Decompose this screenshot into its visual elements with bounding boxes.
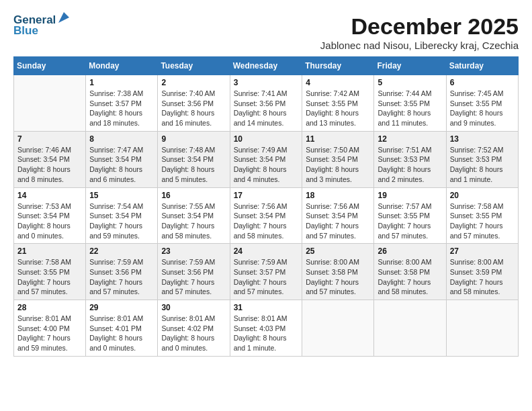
day-info: Sunrise: 7:42 AM Sunset: 3:55 PM Dayligh… <box>306 89 370 128</box>
day-number: 18 <box>306 191 370 200</box>
day-number: 19 <box>378 191 442 200</box>
table-row: 29Sunrise: 8:01 AM Sunset: 4:01 PM Dayli… <box>86 300 158 357</box>
day-info: Sunrise: 7:38 AM Sunset: 3:57 PM Dayligh… <box>89 89 154 128</box>
col-monday: Monday <box>86 57 158 75</box>
table-row: 18Sunrise: 7:56 AM Sunset: 3:54 PM Dayli… <box>302 187 374 244</box>
day-info: Sunrise: 7:51 AM Sunset: 3:53 PM Dayligh… <box>378 145 442 185</box>
table-row: 15Sunrise: 7:54 AM Sunset: 3:54 PM Dayli… <box>86 187 158 244</box>
table-row: 19Sunrise: 7:57 AM Sunset: 3:55 PM Dayli… <box>374 187 446 244</box>
table-row: 25Sunrise: 8:00 AM Sunset: 3:58 PM Dayli… <box>302 244 374 300</box>
table-row: 8Sunrise: 7:47 AM Sunset: 3:54 PM Daylig… <box>86 131 158 187</box>
col-tuesday: Tuesday <box>158 57 230 75</box>
day-number: 15 <box>89 191 154 200</box>
day-info: Sunrise: 7:53 AM Sunset: 3:54 PM Dayligh… <box>17 201 82 241</box>
day-info: Sunrise: 7:56 AM Sunset: 3:54 PM Dayligh… <box>234 201 299 241</box>
table-row: 30Sunrise: 8:01 AM Sunset: 4:02 PM Dayli… <box>158 300 230 357</box>
day-number: 29 <box>89 303 154 312</box>
day-info: Sunrise: 7:52 AM Sunset: 3:53 PM Dayligh… <box>450 145 515 185</box>
day-info: Sunrise: 7:40 AM Sunset: 3:56 PM Dayligh… <box>161 89 226 128</box>
day-number: 9 <box>161 134 226 144</box>
day-number: 20 <box>450 191 515 200</box>
table-row: 28Sunrise: 8:01 AM Sunset: 4:00 PM Dayli… <box>14 300 86 357</box>
day-number: 7 <box>17 134 82 144</box>
calendar-table: Sunday Monday Tuesday Wednesday Thursday… <box>13 56 519 357</box>
calendar-week-row: 14Sunrise: 7:53 AM Sunset: 3:54 PM Dayli… <box>14 187 519 244</box>
subtitle: Jablonec nad Nisou, Liberecky kraj, Czec… <box>320 40 519 51</box>
day-info: Sunrise: 7:45 AM Sunset: 3:55 PM Dayligh… <box>450 89 515 128</box>
col-thursday: Thursday <box>302 57 374 75</box>
day-info: Sunrise: 7:58 AM Sunset: 3:55 PM Dayligh… <box>450 201 515 241</box>
day-number: 10 <box>234 134 299 144</box>
day-info: Sunrise: 7:55 AM Sunset: 3:54 PM Dayligh… <box>161 201 226 241</box>
page-wrapper: General Blue December 2025 Jablonec nad … <box>13 13 519 357</box>
table-row: 11Sunrise: 7:50 AM Sunset: 3:54 PM Dayli… <box>302 131 374 187</box>
col-friday: Friday <box>374 57 446 75</box>
table-row: 10Sunrise: 7:49 AM Sunset: 3:54 PM Dayli… <box>230 131 302 187</box>
table-row: 20Sunrise: 7:58 AM Sunset: 3:55 PM Dayli… <box>446 187 518 244</box>
day-info: Sunrise: 7:56 AM Sunset: 3:54 PM Dayligh… <box>306 201 370 241</box>
title-section: December 2025 Jablonec nad Nisou, Libere… <box>320 13 519 51</box>
calendar-week-row: 21Sunrise: 7:58 AM Sunset: 3:55 PM Dayli… <box>14 244 519 300</box>
day-info: Sunrise: 8:01 AM Sunset: 4:03 PM Dayligh… <box>234 314 299 353</box>
day-info: Sunrise: 7:46 AM Sunset: 3:54 PM Dayligh… <box>17 145 82 185</box>
svg-marker-0 <box>58 12 69 23</box>
day-number: 1 <box>89 78 154 87</box>
day-number: 14 <box>17 191 82 200</box>
day-number: 24 <box>234 246 299 256</box>
day-info: Sunrise: 8:00 AM Sunset: 3:59 PM Dayligh… <box>450 257 515 297</box>
day-number: 6 <box>450 78 515 87</box>
logo: General Blue <box>13 13 71 38</box>
day-info: Sunrise: 7:59 AM Sunset: 3:56 PM Dayligh… <box>89 257 154 297</box>
table-row: 17Sunrise: 7:56 AM Sunset: 3:54 PM Dayli… <box>230 187 302 244</box>
table-row: 16Sunrise: 7:55 AM Sunset: 3:54 PM Dayli… <box>158 187 230 244</box>
day-info: Sunrise: 7:47 AM Sunset: 3:54 PM Dayligh… <box>89 145 154 185</box>
table-row: 13Sunrise: 7:52 AM Sunset: 3:53 PM Dayli… <box>446 131 518 187</box>
table-row <box>302 300 374 357</box>
day-number: 17 <box>234 191 299 200</box>
table-row: 14Sunrise: 7:53 AM Sunset: 3:54 PM Dayli… <box>14 187 86 244</box>
day-number: 2 <box>161 78 226 87</box>
day-info: Sunrise: 7:54 AM Sunset: 3:54 PM Dayligh… <box>89 201 154 241</box>
day-number: 25 <box>306 246 370 256</box>
day-number: 4 <box>306 78 370 87</box>
logo-blue: Blue <box>13 24 38 38</box>
day-number: 3 <box>234 78 299 87</box>
table-row: 1Sunrise: 7:38 AM Sunset: 3:57 PM Daylig… <box>86 75 158 132</box>
day-info: Sunrise: 7:49 AM Sunset: 3:54 PM Dayligh… <box>234 145 299 185</box>
table-row: 5Sunrise: 7:44 AM Sunset: 3:55 PM Daylig… <box>374 75 446 132</box>
table-row: 4Sunrise: 7:42 AM Sunset: 3:55 PM Daylig… <box>302 75 374 132</box>
logo-icon <box>57 11 71 24</box>
calendar-header-row: Sunday Monday Tuesday Wednesday Thursday… <box>14 57 519 75</box>
table-row: 26Sunrise: 8:00 AM Sunset: 3:58 PM Dayli… <box>374 244 446 300</box>
calendar-week-row: 7Sunrise: 7:46 AM Sunset: 3:54 PM Daylig… <box>14 131 519 187</box>
table-row: 3Sunrise: 7:41 AM Sunset: 3:56 PM Daylig… <box>230 75 302 132</box>
day-number: 11 <box>306 134 370 144</box>
table-row: 6Sunrise: 7:45 AM Sunset: 3:55 PM Daylig… <box>446 75 518 132</box>
day-info: Sunrise: 7:58 AM Sunset: 3:55 PM Dayligh… <box>17 257 82 297</box>
calendar-week-row: 28Sunrise: 8:01 AM Sunset: 4:00 PM Dayli… <box>14 300 519 357</box>
day-number: 22 <box>89 246 154 256</box>
table-row: 31Sunrise: 8:01 AM Sunset: 4:03 PM Dayli… <box>230 300 302 357</box>
table-row: 2Sunrise: 7:40 AM Sunset: 3:56 PM Daylig… <box>158 75 230 132</box>
table-row <box>374 300 446 357</box>
day-info: Sunrise: 8:00 AM Sunset: 3:58 PM Dayligh… <box>378 257 442 297</box>
table-row: 12Sunrise: 7:51 AM Sunset: 3:53 PM Dayli… <box>374 131 446 187</box>
table-row: 23Sunrise: 7:59 AM Sunset: 3:56 PM Dayli… <box>158 244 230 300</box>
day-number: 28 <box>17 303 82 312</box>
day-number: 31 <box>234 303 299 312</box>
day-number: 13 <box>450 134 515 144</box>
day-info: Sunrise: 8:01 AM Sunset: 4:02 PM Dayligh… <box>161 314 226 353</box>
table-row: 21Sunrise: 7:58 AM Sunset: 3:55 PM Dayli… <box>14 244 86 300</box>
day-number: 30 <box>161 303 226 312</box>
col-saturday: Saturday <box>446 57 518 75</box>
table-row: 27Sunrise: 8:00 AM Sunset: 3:59 PM Dayli… <box>446 244 518 300</box>
col-sunday: Sunday <box>14 57 86 75</box>
table-row: 22Sunrise: 7:59 AM Sunset: 3:56 PM Dayli… <box>86 244 158 300</box>
table-row <box>446 300 518 357</box>
day-info: Sunrise: 7:44 AM Sunset: 3:55 PM Dayligh… <box>378 89 442 128</box>
day-info: Sunrise: 7:48 AM Sunset: 3:54 PM Dayligh… <box>161 145 226 185</box>
day-info: Sunrise: 8:01 AM Sunset: 4:01 PM Dayligh… <box>89 314 154 353</box>
day-number: 5 <box>378 78 442 87</box>
table-row <box>14 75 86 132</box>
calendar-week-row: 1Sunrise: 7:38 AM Sunset: 3:57 PM Daylig… <box>14 75 519 132</box>
